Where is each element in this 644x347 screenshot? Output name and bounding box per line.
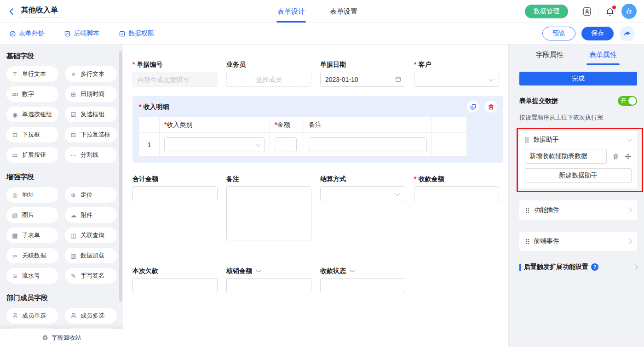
backend-script-action[interactable]: 后端脚本 — [64, 29, 99, 38]
sidebar-item-linked-data[interactable]: ∞关联数据 — [6, 248, 58, 263]
data-load-icon: ▥ — [69, 252, 77, 259]
required-marker: * — [132, 60, 135, 68]
field-recycle-bin[interactable]: ♻ 字段回收站 — [0, 329, 123, 347]
done-button[interactable]: 完成 — [519, 72, 637, 85]
data-assistant-header[interactable]: 数据助手 — [525, 136, 632, 144]
location-icon: ⊕ — [69, 192, 77, 199]
drag-handle-icon[interactable] — [525, 137, 529, 143]
sidebar-item-image[interactable]: ▧图片 — [6, 207, 58, 223]
sidebar-item-linked-query[interactable]: ◫关联查询 — [65, 228, 117, 243]
field-doc-no[interactable]: *单据编号 — [132, 60, 218, 87]
tab-form-settings[interactable]: 表单设置 — [329, 1, 358, 23]
number-icon: 123 — [11, 92, 19, 97]
salesman-input[interactable] — [226, 72, 311, 87]
income-category-select[interactable] — [164, 137, 265, 152]
field-receipt-amount[interactable]: *收款金额 — [414, 175, 499, 242]
chevron-right-icon — [632, 264, 638, 269]
field-current-debt[interactable]: 本次欠款 — [132, 267, 218, 293]
plugins-card[interactable]: 功能插件 — [519, 200, 637, 220]
drag-handle-icon[interactable] — [525, 207, 529, 213]
doc-no-input[interactable] — [132, 72, 218, 87]
sidebar-scrollbar[interactable] — [119, 51, 122, 301]
receipt-status-input[interactable] — [320, 278, 405, 293]
sidebar-item-member-multi[interactable]: 成员多选 — [65, 308, 117, 324]
page-title[interactable]: 其他收入单 — [19, 6, 60, 17]
sidebar-item-multi-select[interactable]: ⊟下拉复选框 — [65, 127, 117, 142]
sidebar-item-datetime[interactable]: ⊞日期时间 — [65, 86, 117, 102]
sidebar-item-data-load[interactable]: ▥数据加载 — [65, 248, 117, 263]
sidebar-item-divider[interactable]: ⋯分割线 — [65, 147, 117, 163]
trash-icon — [612, 153, 619, 160]
address-book-icon[interactable] — [581, 6, 592, 17]
new-assistant-button[interactable]: 新建数据助手 — [525, 168, 632, 183]
remark-textarea[interactable] — [226, 186, 311, 240]
total-amount-input[interactable] — [132, 186, 218, 201]
delete-assistant-button[interactable] — [612, 153, 619, 160]
sidebar-item-text-multi[interactable]: ≡多行文本 — [65, 66, 117, 82]
delete-subform-button[interactable] — [485, 101, 497, 113]
tab-field-properties[interactable]: 字段属性 — [536, 51, 564, 59]
notification-bell-icon[interactable] — [605, 6, 615, 17]
copy-subform-button[interactable] — [467, 101, 479, 113]
form-row-2: 合计金额 备注 结算方式 *收款金额 — [132, 175, 501, 242]
settle-method-select[interactable] — [320, 186, 405, 201]
sidebar-item-checkbox-group[interactable]: ☑复选框组 — [65, 107, 117, 122]
field-settle-method[interactable]: 结算方式 — [320, 175, 405, 242]
attachment-icon: ☁ — [69, 212, 77, 219]
receipt-amount-input[interactable] — [414, 186, 499, 201]
sidebar-item-attachment[interactable]: ☁附件 — [65, 207, 117, 223]
sidebar-item-subform[interactable]: ▤子表单 — [6, 228, 58, 243]
field-salesman[interactable]: 业务员 — [226, 60, 311, 87]
share-button[interactable] — [620, 26, 635, 41]
chevron-down-icon — [489, 76, 494, 81]
sidebar-item-signature[interactable]: ✎手写签名 — [65, 268, 117, 284]
post-trigger-settings[interactable]: 后置触发扩展功能设置 ? — [519, 263, 637, 271]
submit-data-toggle[interactable]: 开 — [618, 96, 637, 106]
row-remark-input[interactable] — [309, 137, 427, 152]
move-assistant-button[interactable] — [625, 153, 632, 160]
sidebar-item-address[interactable]: ◎地址 — [6, 187, 58, 203]
select-icon: ⊡ — [11, 131, 19, 138]
sidebar-item-member-single[interactable]: 成员单选 — [6, 308, 58, 324]
back-button[interactable] — [7, 7, 16, 16]
data-manage-button[interactable]: 数据管理 — [525, 5, 568, 18]
current-debt-input[interactable] — [132, 278, 218, 293]
sidebar-item-location[interactable]: ⊕定位 — [65, 187, 117, 203]
section-title-member-fields: 部门成员字段 — [6, 294, 117, 302]
tab-form-design[interactable]: 表单设计 — [276, 1, 306, 23]
assistant-item[interactable]: 新增收款辅助表数据 — [525, 149, 607, 164]
field-remark[interactable]: 备注 — [226, 175, 311, 242]
doc-date-input[interactable] — [320, 72, 405, 87]
field-total-amount[interactable]: 合计金额 — [132, 175, 218, 242]
divider — [598, 7, 598, 16]
help-icon[interactable]: ? — [591, 263, 598, 271]
field-doc-date[interactable]: 单据日期 — [320, 60, 405, 87]
section-title-basic-fields: 基础字段 — [6, 52, 117, 61]
share-arrow-icon — [623, 30, 631, 38]
avatar[interactable]: 存 — [621, 4, 637, 19]
preview-button[interactable]: 预览 — [542, 27, 575, 40]
section-title-enhanced-fields: 增强字段 — [6, 173, 117, 182]
field-customer[interactable]: *客户 — [414, 60, 499, 87]
save-button[interactable]: 保存 — [581, 27, 614, 40]
sidebar-item-number[interactable]: 123数字 — [6, 86, 58, 102]
chevron-down-icon — [627, 137, 632, 142]
sidebar-item-select[interactable]: ⊡下拉框 — [6, 127, 58, 142]
external-link-action[interactable]: 表单外链 — [9, 29, 45, 38]
income-detail-subform[interactable]: *收入明细 *收入类别 *金额 备注 1 — [132, 96, 503, 163]
frontend-events-card[interactable]: 前端事件 — [519, 232, 637, 251]
data-permission-action[interactable]: 数据权限 — [119, 29, 154, 38]
sidebar-item-text-single[interactable]: T单行文本 — [6, 66, 58, 82]
field-writeoff-amount[interactable]: 核销金额 — [226, 267, 311, 293]
sidebar-item-radio-group[interactable]: ◉单选按钮组 — [6, 107, 58, 122]
sidebar-item-serial-number[interactable]: ≋流水号 — [6, 268, 58, 284]
sidebar-item-extend-button[interactable]: ▭扩展按钮 — [6, 147, 58, 163]
writeoff-amount-input[interactable] — [226, 278, 311, 293]
customer-select[interactable] — [414, 72, 499, 87]
drag-handle-icon[interactable] — [525, 239, 529, 245]
amount-input[interactable] — [275, 137, 297, 152]
address-icon: ◎ — [11, 192, 19, 199]
field-receipt-status[interactable]: 收款状态 — [320, 267, 405, 293]
tab-form-properties[interactable]: 表单属性 — [589, 51, 617, 59]
properties-panel: 字段属性 表单属性 完成 表单提交数据 开 按设置顺序从上往下依次执行完 数据助… — [508, 45, 644, 347]
